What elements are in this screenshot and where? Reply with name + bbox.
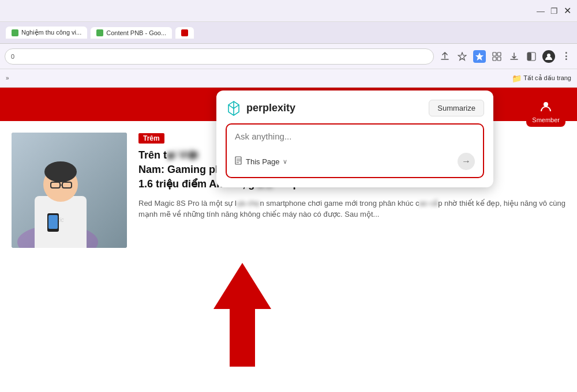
search-input[interactable] xyxy=(235,131,475,141)
search-footer: This Page ∨ → xyxy=(235,153,475,170)
perplexity-icon xyxy=(226,100,242,116)
tab-2-favicon xyxy=(96,29,103,36)
tab-3[interactable] xyxy=(175,27,194,39)
popup-header: perplexity Summarize xyxy=(226,100,484,116)
tab-1[interactable]: Nghiệm thu công vi... xyxy=(6,27,87,39)
red-arrow xyxy=(213,263,271,369)
svg-rect-3 xyxy=(497,57,501,61)
svg-point-13 xyxy=(44,161,77,182)
search-box: This Page ∨ → xyxy=(226,123,484,178)
tab-bar: Nghiệm thu công vi... Content PNB - Goo.… xyxy=(0,22,577,44)
perplexity-logo: perplexity xyxy=(226,100,295,116)
this-page-button[interactable]: This Page ∨ xyxy=(235,156,287,167)
smember-button[interactable]: Smember xyxy=(526,96,565,127)
bookmarks-arrow[interactable]: » xyxy=(6,75,9,81)
download-icon[interactable] xyxy=(508,50,520,63)
svg-rect-2 xyxy=(493,57,496,61)
page-content: ntic Trêm Trên tại Việt xyxy=(0,88,577,392)
bookmarks-bar: » 📁 Tất cả dấu trang xyxy=(0,69,577,88)
tab-1-label: Nghiệm thu công vi... xyxy=(21,29,81,36)
tab-2[interactable]: Content PNB - Goo... xyxy=(91,27,172,39)
tab-3-favicon xyxy=(181,29,188,36)
extension-active-icon[interactable] xyxy=(473,50,486,63)
tab-1-favicon xyxy=(12,29,18,36)
summarize-button[interactable]: Summarize xyxy=(429,100,484,116)
tab-2-label: Content PNB - Goo... xyxy=(106,29,166,36)
close-button[interactable]: ✕ xyxy=(564,5,571,16)
address-text: 0 xyxy=(11,53,14,60)
more-icon[interactable]: ⋮ xyxy=(560,50,572,63)
folder-icon: 📁 xyxy=(512,74,522,83)
title-text: Trên tại Việt xyxy=(138,149,198,161)
chevron-down-icon: ∨ xyxy=(283,158,287,165)
article-image: ntic xyxy=(12,133,127,248)
minimize-button[interactable]: — xyxy=(537,6,545,16)
page-icon xyxy=(235,156,243,167)
star-icon[interactable] xyxy=(456,50,469,63)
article-tag: Trêm xyxy=(138,133,164,144)
folder-label: Tất cả dấu trang xyxy=(523,74,571,82)
extension-popup: perplexity Summarize This Page ∨ → xyxy=(216,91,493,187)
article-image-inner: ntic xyxy=(12,133,127,248)
svg-rect-1 xyxy=(497,52,501,56)
perplexity-logo-text: perplexity xyxy=(246,102,295,114)
smember-icon xyxy=(539,100,552,115)
theme-icon[interactable] xyxy=(525,50,538,63)
smember-label: Smember xyxy=(532,116,560,123)
nav-bar: 0 xyxy=(0,44,577,69)
bookmarks-folder[interactable]: 📁 Tất cả dấu trang xyxy=(512,74,571,83)
user-avatar[interactable] xyxy=(542,50,555,63)
article-description: Red Magic 8S Pro là một sự lựa chọn smar… xyxy=(138,198,565,220)
address-bar[interactable]: 0 xyxy=(5,48,434,65)
this-page-label: This Page xyxy=(246,157,280,166)
nav-icons-right: ⋮ xyxy=(439,50,572,63)
share-icon[interactable] xyxy=(439,50,451,63)
svg-rect-0 xyxy=(493,52,496,56)
svg-point-19 xyxy=(544,102,548,107)
svg-marker-21 xyxy=(213,263,271,367)
svg-rect-18 xyxy=(48,215,58,229)
submit-button[interactable]: → xyxy=(458,153,475,170)
browser-top-bar: — ❐ ✕ xyxy=(0,0,577,22)
puzzle-icon[interactable] xyxy=(490,50,503,63)
svg-rect-5 xyxy=(527,52,531,61)
maximize-button[interactable]: ❐ xyxy=(550,6,558,16)
